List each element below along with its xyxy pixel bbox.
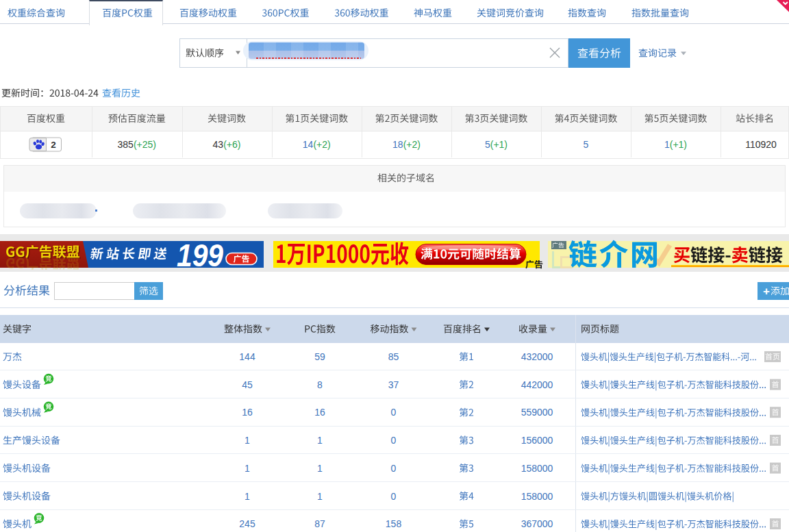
svg-text:14(+2): 14(+2) (303, 139, 331, 150)
svg-text:16: 16 (242, 407, 253, 418)
svg-text:158: 158 (386, 518, 402, 529)
svg-text:1: 1 (245, 435, 250, 446)
svg-text:110920: 110920 (745, 139, 777, 150)
svg-text:442000: 442000 (521, 379, 553, 390)
svg-text:245: 245 (239, 518, 255, 529)
svg-text:432000: 432000 (521, 351, 553, 362)
svg-text:144: 144 (239, 351, 255, 362)
svg-text:18(+2): 18(+2) (392, 139, 421, 150)
svg-text:59: 59 (314, 351, 325, 362)
svg-text:16: 16 (314, 407, 325, 418)
svg-text:5: 5 (584, 139, 589, 150)
svg-text:45: 45 (242, 379, 253, 390)
svg-text:8: 8 (317, 379, 323, 390)
svg-text:158000: 158000 (521, 491, 553, 502)
svg-text:85: 85 (388, 351, 399, 362)
svg-text:1(+1): 1(+1) (664, 139, 687, 150)
svg-text:37: 37 (388, 379, 399, 390)
svg-text:1: 1 (317, 491, 323, 502)
svg-text:1: 1 (317, 463, 323, 474)
svg-text:2: 2 (51, 140, 56, 150)
svg-text:0: 0 (391, 407, 397, 418)
svg-text:199: 199 (177, 237, 223, 273)
svg-text:385(+25): 385(+25) (118, 139, 156, 150)
svg-text:1: 1 (317, 435, 323, 446)
svg-text:559000: 559000 (521, 407, 553, 418)
svg-text:367000: 367000 (521, 518, 553, 529)
svg-text:43(+6): 43(+6) (213, 139, 241, 150)
svg-text:5(+1): 5(+1) (485, 139, 508, 150)
svg-text:87: 87 (314, 518, 325, 529)
svg-text:0: 0 (391, 491, 397, 502)
svg-text:0: 0 (391, 435, 397, 446)
svg-text:0: 0 (391, 463, 397, 474)
svg-text:+: + (763, 285, 770, 298)
svg-text:156000: 156000 (521, 435, 553, 446)
svg-text:1: 1 (245, 463, 250, 474)
svg-text:158000: 158000 (521, 463, 553, 474)
svg-text:1: 1 (245, 491, 250, 502)
